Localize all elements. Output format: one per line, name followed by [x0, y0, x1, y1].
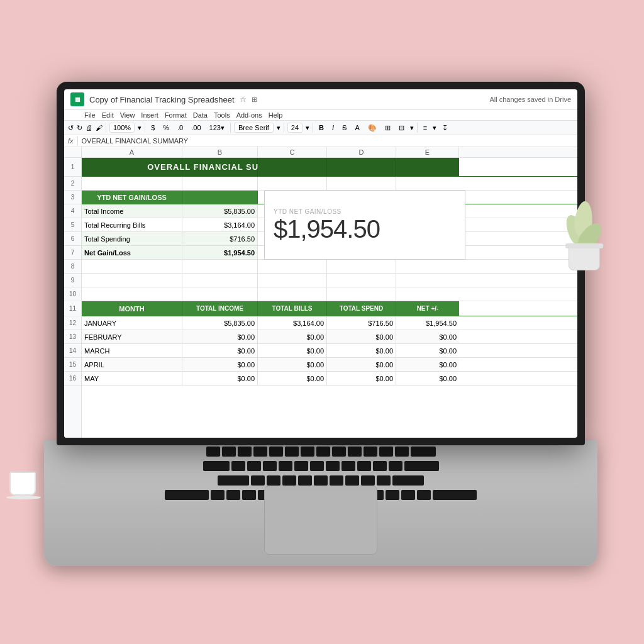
currency-btn[interactable]: $	[148, 123, 157, 132]
redo-icon[interactable]: ↻	[77, 124, 82, 132]
menu-insert[interactable]: Insert	[141, 111, 158, 119]
zoom-select[interactable]: 100%	[109, 123, 135, 133]
toolbar: ↺ ↻ 🖨 🖌 100% ▾ $ % .0 .00 123▾ Bree Seri…	[64, 121, 577, 135]
spreadsheet-content: ▦ Copy of Financial Tracking Spreadsheet…	[64, 89, 577, 438]
row4-value: $5,835.00	[224, 208, 255, 215]
toolbar-sep-6	[417, 123, 418, 133]
menu-edit[interactable]: Edit	[102, 111, 114, 119]
toolbar-sep-4	[284, 123, 284, 133]
row-11: MONTH TOTAL INCOME TOTAL BILLS TOTAL SPE…	[82, 301, 577, 316]
cup-body	[9, 472, 36, 496]
strikethrough-btn[interactable]: S	[340, 123, 349, 132]
merge-btn[interactable]: ⊟	[396, 123, 407, 133]
ytd-box-label: YTD NET GAIN/LOSS	[274, 208, 456, 215]
menu-addons[interactable]: Add-ons	[236, 111, 262, 119]
bold-btn[interactable]: B	[316, 123, 326, 132]
font-size[interactable]: 24	[287, 123, 303, 133]
row7-label: Net Gain/Loss	[84, 249, 131, 257]
formula-sep	[77, 136, 78, 145]
fillcolor-btn[interactable]: 🎨	[365, 123, 379, 133]
formula-content[interactable]: OVERALL FINANCIAL SUMMARY	[82, 137, 574, 145]
format-btn[interactable]: 123▾	[207, 123, 227, 133]
plant-visual	[559, 157, 609, 270]
row-num-12: 12	[64, 316, 81, 330]
row-10	[82, 287, 577, 301]
print-icon[interactable]: 🖨	[86, 124, 92, 131]
row-num-6: 6	[64, 232, 81, 246]
zoom-down-icon[interactable]: ▾	[138, 124, 142, 132]
align-btn[interactable]: ≡	[421, 123, 430, 132]
row-num-8: 8	[64, 260, 81, 274]
percent-btn[interactable]: %	[160, 123, 172, 132]
merge-down-icon[interactable]: ▾	[410, 124, 414, 132]
jan-income: $5,835.00	[224, 319, 255, 327]
apr-net: $0.00	[439, 361, 457, 369]
menu-data[interactable]: Data	[193, 111, 208, 119]
row-14: MARCH $0.00 $0.00 $0.00	[82, 344, 577, 358]
mar-spend: $0.00	[375, 347, 393, 355]
may-net: $0.00	[439, 375, 457, 382]
decimal-btn[interactable]: .0	[175, 123, 186, 132]
row6-value: $716.50	[230, 235, 255, 243]
row-num-15: 15	[64, 358, 81, 372]
row-num-7: 7	[64, 246, 81, 260]
feb-month: FEBRUARY	[84, 333, 122, 341]
formula-bar: fx OVERALL FINANCIAL SUMMARY	[64, 135, 577, 147]
star-icon[interactable]: ☆	[240, 95, 247, 104]
mar-bills: $0.00	[306, 347, 324, 355]
italic-btn[interactable]: I	[330, 123, 336, 132]
mar-month: MARCH	[84, 347, 109, 355]
month-header-month: MONTH	[119, 305, 144, 313]
menu-tools[interactable]: Tools	[214, 111, 230, 119]
align-down-icon[interactable]: ▾	[433, 124, 436, 132]
may-month: MAY	[84, 375, 99, 382]
may-income: $0.00	[237, 375, 255, 382]
feb-spend: $0.00	[375, 333, 393, 341]
month-header-spend: TOTAL SPEND	[340, 305, 383, 312]
font-down-icon[interactable]: ▾	[277, 124, 280, 132]
decimal2-btn[interactable]: .00	[189, 123, 203, 132]
row-16: MAY $0.00 $0.00 $0.00	[82, 372, 577, 386]
grid-area: A B C D E 1 2 3 4 5	[64, 147, 577, 438]
title-bar: ▦ Copy of Financial Tracking Spreadsheet…	[64, 89, 577, 110]
col-header-b: B	[182, 147, 258, 157]
col-header-c: C	[258, 147, 327, 157]
cup-saucer	[6, 496, 41, 499]
corner-cell	[64, 147, 82, 157]
may-spend: $0.00	[375, 375, 393, 382]
row-num-14: 14	[64, 344, 81, 358]
borders-btn[interactable]: ⊞	[382, 123, 393, 133]
apr-month: APRIL	[84, 361, 104, 369]
paintformat-icon[interactable]: 🖌	[96, 124, 103, 131]
toolbar-sep-5	[313, 123, 313, 133]
row7-value: $1,954.50	[224, 249, 255, 257]
size-down-icon[interactable]: ▾	[306, 124, 309, 132]
pot	[569, 247, 600, 270]
row-num-13: 13	[64, 330, 81, 344]
slides-icon[interactable]: ⊞	[252, 96, 257, 104]
undo-icon[interactable]: ↺	[68, 124, 74, 132]
row-1: OVERALL FINANCIAL SUMMARY	[82, 158, 577, 177]
row-num-2: 2	[64, 177, 81, 191]
row-num-16: 16	[64, 372, 81, 386]
trackpad[interactable]	[264, 486, 377, 555]
row5-value: $3,164.00	[224, 221, 255, 229]
row-3: YTD NET GAIN/LOSS YTD NET GAIN/LOSS $1,9…	[82, 191, 577, 204]
col-header-d: D	[327, 147, 396, 157]
apr-income: $0.00	[237, 361, 255, 369]
font-select[interactable]: Bree Serif	[234, 123, 274, 133]
toolbar-sep-2	[145, 123, 145, 133]
menu-file[interactable]: File	[84, 111, 96, 119]
feb-income: $0.00	[237, 333, 255, 341]
menu-format[interactable]: Format	[165, 111, 187, 119]
mar-net: $0.00	[439, 347, 457, 355]
apr-bills: $0.00	[306, 361, 324, 369]
menu-view[interactable]: View	[120, 111, 135, 119]
row-12: JANUARY $5,835.00 $3,164.00 $716.50	[82, 316, 577, 330]
screen-bezel: ▦ Copy of Financial Tracking Spreadsheet…	[57, 82, 585, 445]
jan-net: $1,954.50	[426, 319, 457, 327]
ytd-section-header: YTD NET GAIN/LOSS	[97, 194, 167, 201]
textcolor-btn[interactable]: A	[352, 123, 362, 132]
valign-btn[interactable]: ↧	[440, 123, 450, 133]
menu-help[interactable]: Help	[269, 111, 283, 119]
